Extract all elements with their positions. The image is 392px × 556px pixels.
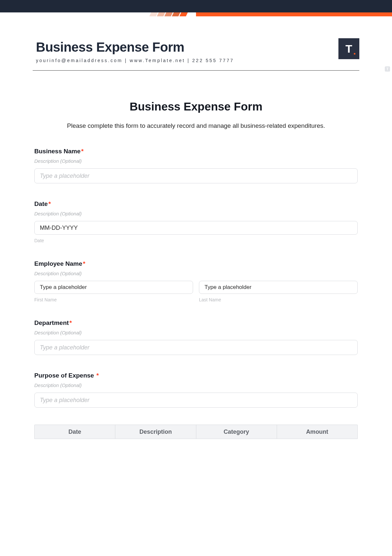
required-mark: * — [48, 200, 51, 207]
required-mark: * — [70, 319, 72, 326]
desc-purpose: Description (Optional) — [34, 382, 358, 388]
subhint-last-name: Last Name — [199, 297, 358, 302]
brand-logo: T — [338, 38, 359, 59]
contact-line: yourinfo@emailaddress.com | www.Template… — [36, 58, 338, 63]
label-employee-name: Employee Name* — [34, 260, 358, 267]
brand-letter: T — [346, 42, 352, 55]
subhint-first-name: First Name — [34, 297, 193, 302]
label-business-name: Business Name* — [34, 148, 358, 155]
input-purpose[interactable]: Type a placeholder — [34, 393, 358, 408]
expense-table-header: Date Description Category Amount — [34, 425, 358, 439]
page-title: Business Expense Form — [36, 40, 338, 55]
brand-dot-icon — [354, 53, 355, 55]
field-date: Date* Description (Optional) MM-DD-YYYY … — [34, 200, 358, 243]
desc-business-name: Description (Optional) — [34, 158, 358, 164]
field-business-name: Business Name* Description (Optional) Ty… — [34, 148, 358, 183]
th-date: Date — [35, 425, 115, 439]
input-first-name[interactable]: Type a placeholder — [34, 281, 193, 294]
required-mark: * — [83, 260, 85, 267]
label-date: Date* — [34, 200, 358, 208]
th-description: Description — [115, 425, 196, 439]
th-amount: Amount — [277, 425, 357, 439]
form-intro: Please complete this form to accurately … — [34, 121, 358, 131]
accent-bar — [0, 12, 392, 16]
side-badge-icon: T — [385, 66, 390, 72]
subhint-date: Date — [34, 238, 358, 243]
input-last-name[interactable]: Type a placeholder — [199, 281, 358, 294]
input-date[interactable]: MM-DD-YYYY — [34, 221, 358, 235]
required-mark: * — [96, 372, 99, 379]
label-purpose: Purpose of Expense * — [34, 372, 358, 379]
field-purpose: Purpose of Expense * Description (Option… — [34, 372, 358, 408]
th-category: Category — [196, 425, 277, 439]
form-content: Business Expense Form Please complete th… — [0, 71, 392, 439]
desc-department: Description (Optional) — [34, 330, 358, 335]
page-header: Business Expense Form yourinfo@emailaddr… — [0, 16, 392, 63]
top-bar — [0, 0, 392, 12]
field-employee-name: Employee Name* Description (Optional) Ty… — [34, 260, 358, 302]
form-title: Business Expense Form — [34, 100, 358, 113]
desc-date: Description (Optional) — [34, 211, 358, 216]
label-department: Department* — [34, 319, 358, 327]
required-mark: * — [81, 148, 84, 155]
field-department: Department* Description (Optional) Type … — [34, 319, 358, 355]
input-business-name[interactable]: Type a placeholder — [34, 168, 358, 183]
input-department[interactable]: Type a placeholder — [34, 340, 358, 355]
desc-employee-name: Description (Optional) — [34, 271, 358, 276]
